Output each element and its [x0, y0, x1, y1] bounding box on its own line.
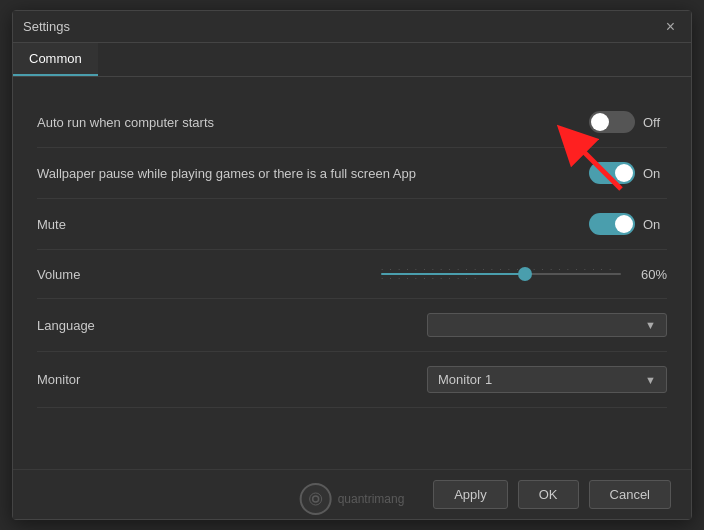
wallpaper-pause-toggle-group: On [589, 162, 667, 184]
volume-slider-group: · · · · · · · · · · · · · · · · · · · · … [381, 264, 667, 284]
auto-run-knob [591, 113, 609, 131]
volume-value: 60% [631, 267, 667, 282]
mute-knob [615, 215, 633, 233]
window-title: Settings [23, 19, 70, 34]
title-bar: Settings × [13, 11, 691, 43]
tab-common[interactable]: Common [13, 43, 98, 76]
language-arrow-icon: ▼ [645, 319, 656, 331]
wallpaper-pause-slider [589, 162, 635, 184]
tab-bar: Common [13, 43, 691, 77]
wallpaper-pause-label: Wallpaper pause while playing games or t… [37, 166, 416, 181]
wallpaper-pause-status: On [643, 166, 667, 181]
monitor-row: Monitor Monitor 1 ▼ [37, 352, 667, 408]
mute-row: Mute On [37, 199, 667, 250]
mute-label: Mute [37, 217, 66, 232]
wallpaper-pause-toggle[interactable] [589, 162, 635, 184]
apply-button[interactable]: Apply [433, 480, 508, 509]
monitor-value: Monitor 1 [438, 372, 492, 387]
watermark-logo [300, 483, 332, 515]
volume-label: Volume [37, 267, 80, 282]
ok-button[interactable]: OK [518, 480, 579, 509]
volume-track[interactable]: · · · · · · · · · · · · · · · · · · · · … [381, 264, 621, 284]
mute-toggle-group: On [589, 213, 667, 235]
svg-point-0 [313, 496, 319, 502]
language-dropdown[interactable]: ▼ [427, 313, 667, 337]
volume-handle[interactable] [518, 267, 532, 281]
monitor-label: Monitor [37, 372, 80, 387]
mute-slider [589, 213, 635, 235]
auto-run-label: Auto run when computer starts [37, 115, 214, 130]
close-button[interactable]: × [660, 17, 681, 37]
mute-status: On [643, 217, 667, 232]
auto-run-toggle-group: Off [589, 111, 667, 133]
language-row: Language ▼ [37, 299, 667, 352]
settings-window: Settings × Common Auto run when computer… [12, 10, 692, 520]
wallpaper-pause-knob [615, 164, 633, 182]
mute-toggle[interactable] [589, 213, 635, 235]
wallpaper-pause-row: Wallpaper pause while playing games or t… [37, 148, 667, 199]
monitor-arrow-icon: ▼ [645, 374, 656, 386]
language-label: Language [37, 318, 95, 333]
monitor-dropdown[interactable]: Monitor 1 ▼ [427, 366, 667, 393]
volume-row: Volume · · · · · · · · · · · · · · · · ·… [37, 250, 667, 299]
settings-content: Auto run when computer starts Off Wallpa… [13, 77, 691, 469]
cancel-button[interactable]: Cancel [589, 480, 671, 509]
auto-run-slider [589, 111, 635, 133]
watermark-text: quantrimang [338, 492, 405, 506]
svg-point-1 [310, 493, 322, 505]
watermark-gear-icon [308, 491, 324, 507]
auto-run-toggle[interactable] [589, 111, 635, 133]
watermark: quantrimang [300, 483, 405, 515]
auto-run-row: Auto run when computer starts Off [37, 97, 667, 148]
footer: quantrimang Apply OK Cancel [13, 469, 691, 519]
auto-run-status: Off [643, 115, 667, 130]
